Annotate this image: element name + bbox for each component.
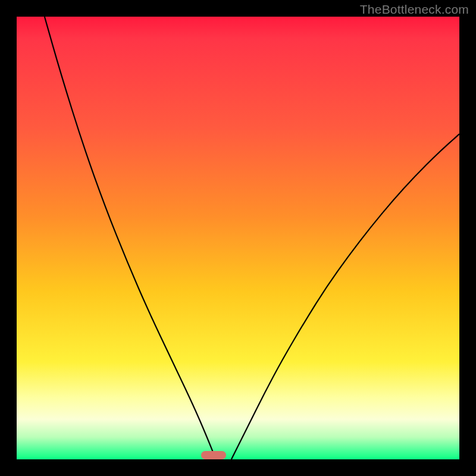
right-branch-curve — [231, 134, 459, 459]
left-branch-curve — [45, 17, 216, 459]
optimal-zone-marker — [201, 451, 226, 459]
watermark-text: TheBottleneck.com — [360, 2, 469, 17]
curve-overlay — [17, 17, 459, 459]
plot-area — [17, 17, 459, 459]
chart-frame: TheBottleneck.com — [0, 0, 476, 476]
